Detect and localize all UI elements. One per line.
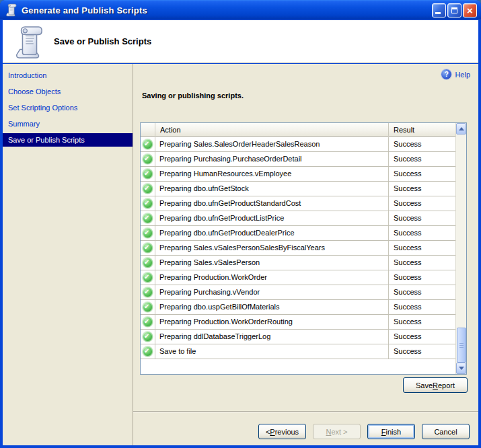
result-cell: Success bbox=[389, 182, 455, 196]
wizard-steps-sidebar: Introduction Choose Objects Set Scriptin… bbox=[3, 64, 133, 445]
window-title: Generate and Publish Scripts bbox=[22, 5, 432, 15]
result-cell: Success bbox=[389, 300, 455, 314]
page-title: Save or Publish Scripts bbox=[54, 36, 151, 46]
result-cell: Success bbox=[389, 196, 455, 211]
status-text: Saving or publishing scripts. bbox=[142, 91, 244, 100]
column-header-icon bbox=[141, 123, 155, 136]
table-row[interactable]: Preparing HumanResources.vEmployee Succe… bbox=[141, 167, 455, 182]
scrollbar-thumb[interactable] bbox=[457, 328, 466, 363]
result-cell: Success bbox=[389, 285, 455, 299]
action-cell: Preparing dbo.uspGetBillOfMaterials bbox=[155, 300, 389, 314]
wizard-navigation: < Previous Next > Finish Cancel bbox=[258, 424, 470, 439]
next-button[interactable]: Next > bbox=[313, 424, 361, 439]
result-cell: Success bbox=[389, 167, 455, 181]
result-cell: Success bbox=[389, 211, 455, 225]
success-icon bbox=[141, 300, 155, 314]
success-icon bbox=[141, 226, 155, 240]
result-cell: Success bbox=[389, 152, 455, 166]
table-row[interactable]: Preparing Sales.vSalesPerson Success bbox=[141, 256, 455, 270]
success-icon bbox=[141, 256, 155, 270]
close-button[interactable]: × bbox=[463, 3, 477, 17]
scrollbar-track[interactable] bbox=[456, 135, 466, 363]
wizard-banner: Save or Publish Scripts bbox=[3, 20, 478, 63]
column-header-action[interactable]: Action bbox=[155, 123, 389, 136]
action-cell: Preparing Purchasing.PurchaseOrderDetail bbox=[155, 152, 389, 166]
table-row[interactable]: Preparing Sales.vSalesPersonSalesByFisca… bbox=[141, 241, 455, 256]
window-controls: × bbox=[432, 3, 477, 17]
save-report-label: Save bbox=[416, 381, 433, 389]
table-row[interactable]: Preparing Production.WorkOrder Success bbox=[141, 270, 455, 285]
vertical-scrollbar[interactable] bbox=[455, 123, 466, 374]
chevron-down-icon bbox=[459, 367, 464, 370]
minimize-button[interactable] bbox=[432, 3, 446, 17]
action-cell: Preparing dbo.ufnGetProductListPrice bbox=[155, 211, 389, 225]
success-icon bbox=[141, 167, 155, 181]
table-row[interactable]: Save to file Success bbox=[141, 344, 455, 359]
finish-button[interactable]: Finish bbox=[367, 424, 415, 439]
table-row[interactable]: Preparing Sales.SalesOrderHeaderSalesRea… bbox=[141, 137, 455, 152]
sidebar-item-choose-objects[interactable]: Choose Objects bbox=[3, 85, 133, 98]
success-icon bbox=[141, 344, 155, 359]
cancel-button[interactable]: Cancel bbox=[422, 424, 470, 439]
table-row[interactable]: Preparing Production.WorkOrderRouting Su… bbox=[141, 315, 455, 330]
result-cell: Success bbox=[389, 256, 455, 270]
table-row[interactable]: Preparing dbo.ufnGetProductDealerPrice S… bbox=[141, 226, 455, 241]
action-cell: Preparing Sales.vSalesPersonSalesByFisca… bbox=[155, 241, 389, 255]
success-icon bbox=[141, 196, 155, 211]
success-icon bbox=[141, 137, 155, 151]
help-link[interactable]: ? Help bbox=[441, 69, 470, 79]
action-cell: Preparing Production.WorkOrder bbox=[155, 270, 389, 285]
maximize-icon bbox=[451, 7, 457, 13]
chevron-up-icon bbox=[459, 127, 464, 130]
success-icon bbox=[141, 182, 155, 196]
success-icon bbox=[141, 330, 155, 344]
table-row[interactable]: Preparing dbo.ufnGetProductStandardCost … bbox=[141, 196, 455, 211]
sidebar-item-summary[interactable]: Summary bbox=[3, 117, 133, 130]
action-cell: Preparing ddlDatabaseTriggerLog bbox=[155, 330, 389, 344]
table-row[interactable]: Preparing Purchasing.vVendor Success bbox=[141, 285, 455, 300]
scroll-up-button[interactable] bbox=[456, 123, 466, 135]
result-cell: Success bbox=[389, 241, 455, 255]
sidebar-item-introduction[interactable]: Introduction bbox=[3, 69, 133, 82]
sidebar-item-set-scripting-options[interactable]: Set Scripting Options bbox=[3, 101, 133, 114]
maximize-button[interactable] bbox=[447, 3, 461, 17]
scroll-icon bbox=[15, 25, 44, 60]
table-row[interactable]: Preparing ddlDatabaseTriggerLog Success bbox=[141, 330, 455, 344]
success-icon bbox=[141, 211, 155, 225]
previous-button[interactable]: < Previous bbox=[258, 424, 306, 439]
action-cell: Preparing Purchasing.vVendor bbox=[155, 285, 389, 299]
action-cell: Preparing dbo.ufnGetStock bbox=[155, 182, 389, 196]
table-row[interactable]: Preparing dbo.uspGetBillOfMaterials Succ… bbox=[141, 300, 455, 315]
script-scroll-icon bbox=[5, 3, 17, 17]
result-cell: Success bbox=[389, 315, 455, 329]
result-cell: Success bbox=[389, 270, 455, 285]
footer-separator bbox=[133, 411, 478, 412]
save-report-button[interactable]: Save Report bbox=[403, 377, 468, 393]
action-cell: Preparing Production.WorkOrderRouting bbox=[155, 315, 389, 329]
action-cell: Preparing HumanResources.vEmployee bbox=[155, 167, 389, 181]
success-icon bbox=[141, 241, 155, 255]
results-table: Action Result Preparing Sales.SalesOrder… bbox=[140, 122, 467, 375]
action-cell: Preparing Sales.vSalesPerson bbox=[155, 256, 389, 270]
table-header: Action Result bbox=[141, 123, 455, 137]
column-header-result[interactable]: Result bbox=[389, 123, 455, 136]
table-body: Preparing Sales.SalesOrderHeaderSalesRea… bbox=[141, 137, 455, 359]
action-cell: Preparing Sales.SalesOrderHeaderSalesRea… bbox=[155, 137, 389, 151]
wizard-page-content: ? Help Saving or publishing scripts. Act… bbox=[133, 64, 478, 445]
wizard-window: Generate and Publish Scripts × Save or P… bbox=[0, 0, 481, 448]
help-icon: ? bbox=[441, 69, 451, 79]
window-titlebar[interactable]: Generate and Publish Scripts × bbox=[0, 0, 481, 20]
sidebar-item-save-or-publish-scripts[interactable]: Save or Publish Scripts bbox=[3, 133, 133, 147]
table-row[interactable]: Preparing dbo.ufnGetStock Success bbox=[141, 182, 455, 196]
result-cell: Success bbox=[389, 344, 455, 359]
help-label: Help bbox=[455, 71, 470, 79]
close-icon: × bbox=[467, 5, 473, 15]
scroll-down-button[interactable] bbox=[456, 363, 466, 374]
table-row[interactable]: Preparing Purchasing.PurchaseOrderDetail… bbox=[141, 152, 455, 167]
success-icon bbox=[141, 315, 155, 329]
result-cell: Success bbox=[389, 137, 455, 151]
wizard-body: Introduction Choose Objects Set Scriptin… bbox=[3, 64, 478, 445]
table-row[interactable]: Preparing dbo.ufnGetProductListPrice Suc… bbox=[141, 211, 455, 226]
action-cell: Preparing dbo.ufnGetProductStandardCost bbox=[155, 196, 389, 211]
minimize-icon bbox=[435, 12, 441, 14]
